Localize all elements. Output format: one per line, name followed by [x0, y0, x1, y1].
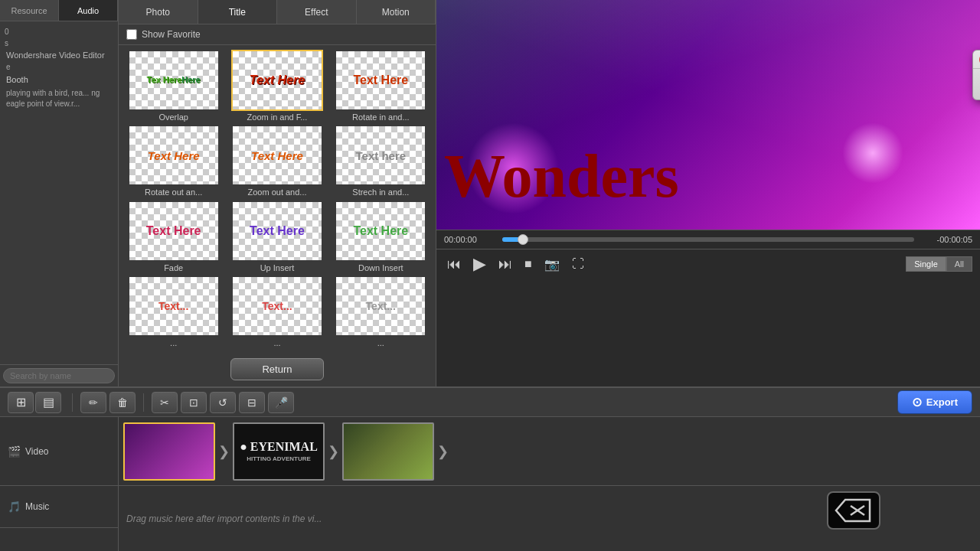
export-icon: ⊙ — [912, 395, 922, 409]
preview-wonders-text: Wonders — [444, 145, 679, 207]
storyboard-view-button[interactable]: ⊞ — [8, 392, 34, 413]
music-placeholder: Drag music here after import contents in… — [126, 514, 322, 524]
effect-text-more1: Text... — [129, 277, 218, 335]
video-track: ❯ ● EYENIMAL HITTING ADVENTURE ❯ ❯ — [119, 417, 980, 486]
time-remaining: -00:00:05 — [919, 235, 972, 244]
sidebar-content: 0 s Wondershare Video Editor e Booth pla… — [0, 21, 118, 364]
effect-text-zoom-out: Text Here — [233, 126, 322, 184]
effect-name-overlap: Overlap — [158, 112, 188, 122]
music-label-text: Music — [25, 501, 49, 512]
effect-overlap[interactable]: Tex HereHere Overlap — [123, 50, 224, 122]
sidebar-description: playing with a bird, rea... ng eagle poi… — [3, 86, 115, 111]
effect-text-fade: Text Here — [129, 202, 218, 260]
effect-zoom-out[interactable]: Text Here Zoom out and... — [227, 125, 327, 197]
effect-down-insert[interactable]: Text Here Down Insert — [331, 201, 431, 272]
play-button[interactable]: ▶ — [470, 253, 489, 276]
timeline-toolbar: ⊞ ▤ ✏ 🗑 ✂ ⊡ ↺ ⊟ 🎤 ⊙ Export — [0, 388, 980, 417]
clip-purple[interactable] — [123, 422, 215, 481]
stop-button[interactable]: ■ — [521, 256, 535, 272]
tab-effect[interactable]: Effect — [277, 0, 357, 24]
export-button[interactable]: ⊙ Export — [897, 390, 972, 414]
effect-zoom-in[interactable]: Text Here Zoom in and F... — [227, 50, 327, 122]
tab-title[interactable]: Title — [198, 0, 278, 24]
effect-text-zoom-in: Text Here — [233, 51, 322, 109]
track-content-column: ❯ ● EYENIMAL HITTING ADVENTURE ❯ ❯ Drag … — [119, 417, 980, 551]
effect-name-up-insert: Up Insert — [260, 263, 295, 272]
effect-thumb-more2: Text... — [231, 276, 323, 337]
controls-row: ⏮ ▶ ⏭ ■ 📷 ⛶ Single All — [436, 249, 980, 279]
progress-handle[interactable] — [518, 234, 528, 245]
effect-name-more1: ... — [170, 338, 177, 347]
effect-rotate-out[interactable]: Text Here Rotate out an... — [123, 125, 224, 197]
cut-button[interactable]: ✂ — [152, 392, 178, 413]
sidebar-search — [0, 364, 118, 386]
effect-text-more2: Text... — [233, 277, 322, 335]
effect-up-insert[interactable]: Text Here Up Insert — [227, 201, 327, 272]
music-track-label: 🎵 Music — [0, 486, 118, 528]
show-favorite-checkbox[interactable] — [126, 29, 137, 40]
transition-1[interactable]: ❯ — [218, 443, 230, 460]
effect-fade[interactable]: Text Here Fade — [123, 201, 224, 272]
effect-name-stretch-in: Strech in and... — [352, 187, 409, 197]
single-button[interactable]: Single — [906, 256, 946, 272]
screenshot-button[interactable]: 📷 — [541, 256, 563, 273]
single-all-toggle: Single All — [906, 256, 972, 272]
rotate-button[interactable]: ↺ — [210, 392, 236, 413]
crop-button[interactable]: ⊡ — [181, 392, 207, 413]
effect-text-rotate-out: Text Here — [129, 126, 218, 184]
audio-button[interactable]: 🎤 — [268, 392, 294, 413]
effect-more2[interactable]: Text... ... — [227, 276, 327, 347]
transition-3[interactable]: ❯ — [437, 443, 449, 460]
sidebar-tabs: Resource Audio — [0, 0, 118, 21]
edit-button[interactable]: ✏ — [80, 392, 106, 413]
logo-sub: HITTING ADVENTURE — [240, 455, 318, 463]
effect-name-zoom-in: Zoom in and F... — [247, 112, 308, 122]
fullscreen-button[interactable]: ⛶ — [569, 256, 587, 272]
separator-1 — [72, 393, 73, 412]
fast-forward-button[interactable]: ⏭ — [495, 255, 515, 274]
timeline-view-button[interactable]: ▤ — [35, 392, 61, 413]
progress-track[interactable] — [502, 237, 914, 242]
transport-bar: 00:00:00 -00:00:05 — [436, 230, 980, 249]
effect-text-up-insert: Text Here — [233, 202, 322, 260]
effect-thumb-zoom-out: Text Here — [231, 125, 323, 186]
delete-icon-overlay[interactable] — [827, 491, 880, 530]
effects-grid: Tex HereHere Overlap Text Here Zoom in a… — [119, 45, 436, 352]
effect-more1[interactable]: Text... ... — [123, 276, 224, 347]
sidebar-item-0: e — [3, 61, 115, 73]
sidebar-tab-resource[interactable]: Resource — [0, 0, 59, 21]
transition-2[interactable]: ❯ — [328, 443, 339, 460]
rewind-button[interactable]: ⏮ — [444, 255, 464, 274]
video-label-text: Video — [25, 446, 48, 457]
sidebar-label-0: 0 — [5, 28, 113, 36]
effect-text-overlap: Tex HereHere — [129, 51, 218, 109]
sidebar-booth: Booth — [3, 73, 115, 86]
clip-logo: ● EYENIMAL HITTING ADVENTURE — [240, 439, 318, 463]
video-track-label: 🎬 Video — [0, 417, 118, 486]
effect-stretch-in[interactable]: Text here Strech in and... — [331, 125, 431, 197]
font-dialog: ✕ Font Font: American... Size: ▲▼ Color: — [972, 50, 980, 100]
effect-name-more3: ... — [377, 338, 384, 347]
logo-main: ● EYENIMAL — [240, 439, 318, 455]
show-favorite-row: Show Favorite — [119, 24, 436, 45]
all-button[interactable]: All — [946, 256, 972, 272]
clip-eyenimal[interactable]: ● EYENIMAL HITTING ADVENTURE — [233, 422, 325, 481]
effect-more3[interactable]: Text... ... — [331, 276, 431, 347]
tab-photo[interactable]: Photo — [119, 0, 198, 24]
delete-button[interactable]: 🗑 — [109, 392, 136, 413]
effect-name-rotate-out: Rotate out an... — [145, 187, 202, 197]
tab-motion[interactable]: Motion — [357, 0, 436, 24]
effect-thumb-up-insert: Text Here — [231, 201, 323, 262]
effect-name-down-insert: Down Insert — [358, 263, 403, 272]
video-track-icon: 🎬 — [8, 445, 21, 458]
effect-rotate-in[interactable]: Text Here Rotate in and... — [331, 50, 431, 122]
preview-panel: Wonders ✕ Font Font: American... Size: ▲… — [436, 0, 980, 386]
time-current: 00:00:00 — [444, 235, 498, 244]
sidebar-app-name: Wondershare Video Editor — [3, 49, 115, 61]
export-label: Export — [926, 396, 958, 408]
sidebar-tab-audio[interactable]: Audio — [59, 0, 118, 21]
transition-button[interactable]: ⊟ — [239, 392, 265, 413]
search-input[interactable] — [3, 368, 115, 383]
clip-nature[interactable] — [342, 422, 434, 481]
return-button[interactable]: Return — [230, 358, 323, 380]
